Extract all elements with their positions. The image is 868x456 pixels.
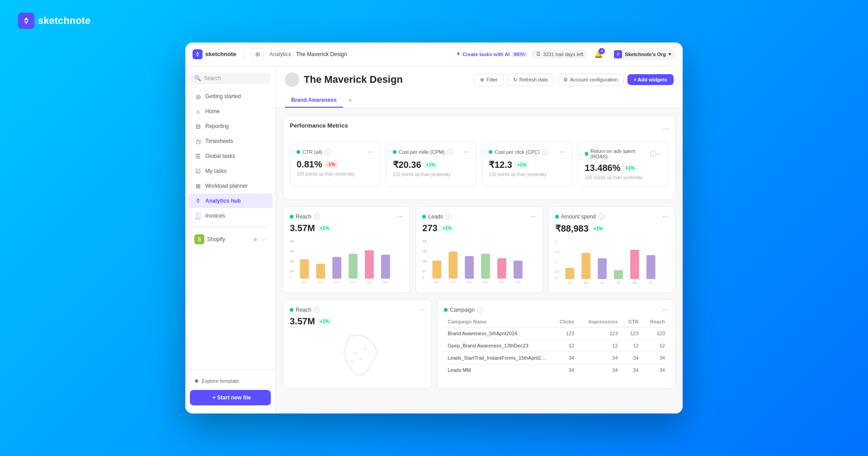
- topbar-logo-icon: [193, 49, 203, 59]
- chart-more-button[interactable]: ···: [397, 213, 403, 220]
- campaign-reach: 34: [642, 364, 669, 376]
- table-row: Leads MM 34 34 34 34: [444, 364, 669, 376]
- chart-value: ₹88,983: [555, 223, 589, 234]
- chart-more-button[interactable]: ···: [530, 213, 536, 220]
- topbar-layout-button[interactable]: ⊞: [251, 48, 264, 61]
- chart-value-row: ₹88,983 +1%: [555, 223, 669, 234]
- sidebar-label-analytics-hub: Analytics hub: [205, 198, 241, 204]
- chart-badge: +1%: [318, 225, 331, 232]
- kpi-value: ₹20.36 +1%: [393, 159, 470, 170]
- shopify-more-icon[interactable]: ···: [261, 236, 266, 243]
- notifications-button[interactable]: 🔔 4: [592, 48, 605, 61]
- chart-header: Reach i ···: [290, 213, 403, 220]
- breadcrumb: Analytics / The Maverick Design: [269, 51, 451, 57]
- chart-title: Amount spend i: [555, 214, 604, 220]
- campaign-info-icon[interactable]: i: [477, 307, 483, 313]
- breadcrumb-parent: Analytics: [269, 51, 291, 57]
- kpi-card-cpm: Cost per mille (CPM) i ··· ₹20.36 +1% 12…: [386, 142, 477, 187]
- svg-text:2M: 2M: [290, 260, 294, 263]
- campaign-impressions: 34: [578, 364, 621, 376]
- trail-icon: ☰: [536, 51, 541, 57]
- sidebar-item-workload-planner[interactable]: ⊞ Workload planner: [188, 179, 273, 193]
- sidebar-nav: ◎ Getting started ⌂ Home ⊟ Reporting ◷ T…: [185, 89, 275, 369]
- sidebar-item-global-tasks[interactable]: ☰ Global tasks: [188, 149, 273, 163]
- my-tasks-icon: ☑: [194, 167, 202, 175]
- svg-text:Ad 1: Ad 1: [302, 281, 307, 284]
- chart-info-icon[interactable]: i: [445, 214, 452, 220]
- svg-text:HP: HP: [649, 281, 653, 284]
- sidebar-label-workload-planner: Workload planner: [205, 183, 248, 189]
- refresh-icon: ↻: [513, 77, 517, 83]
- kpi-info-icon[interactable]: i: [650, 151, 656, 157]
- table-row: Leads_StartTrail_InstantForms_15thApril2…: [444, 352, 669, 364]
- sidebar-item-home[interactable]: ⌂ Home: [188, 104, 273, 119]
- svg-text:WB: WB: [632, 281, 637, 284]
- section-title: Performance Metrics: [290, 122, 348, 129]
- svg-point-54: [364, 348, 366, 351]
- campaign-reach: 123: [642, 328, 669, 340]
- sidebar-item-my-tasks[interactable]: ☑ My tasks: [188, 164, 273, 178]
- kpi-more-button[interactable]: ···: [368, 148, 373, 156]
- start-new-file-button[interactable]: + Start new file: [190, 390, 271, 405]
- reach-map-info-icon[interactable]: i: [314, 307, 320, 313]
- search-button[interactable]: 🔍 Search: [190, 72, 271, 84]
- svg-text:Ad 4: Ad 4: [350, 281, 355, 284]
- topbar-logo-text: sketchnote: [205, 51, 236, 57]
- svg-rect-39: [565, 268, 574, 279]
- sidebar-label-invoices: Invoices: [205, 213, 225, 219]
- account-config-button[interactable]: ⚙ Account configuration: [557, 74, 624, 86]
- filter-button[interactable]: ⊕ Filter: [474, 74, 503, 86]
- kpi-more-button[interactable]: ···: [560, 148, 566, 156]
- chart-title: Leads i: [422, 214, 452, 220]
- dashboard: Performance Metrics ··· CTR (all) i: [276, 108, 683, 413]
- compass-icon: ◉: [194, 378, 199, 384]
- refresh-data-button[interactable]: ↻ Refresh data: [507, 74, 554, 86]
- svg-rect-42: [614, 270, 623, 279]
- campaign-ctr: 123: [622, 328, 642, 340]
- sidebar-item-shopify[interactable]: S Shopify ⊕ ···: [188, 231, 273, 248]
- bottom-row: Reach i ··· 3.57M +1%: [283, 299, 675, 389]
- campaign-more-button[interactable]: ···: [663, 306, 669, 314]
- sidebar-item-invoices[interactable]: 🧾 Invoices: [188, 209, 273, 223]
- chart-info-icon[interactable]: i: [598, 214, 604, 220]
- svg-rect-5: [300, 259, 309, 279]
- sidebar-item-timesheets[interactable]: ◷ Timesheets: [188, 134, 273, 148]
- svg-rect-9: [365, 250, 374, 279]
- chart-more-button[interactable]: ···: [663, 213, 669, 220]
- section-more-button[interactable]: ···: [663, 125, 669, 133]
- amount-bar-chart: 2 1.5 1 0.5 0 RJ MH: [555, 239, 669, 285]
- kpi-value: 13.486% +1%: [585, 163, 662, 173]
- chart-info-icon[interactable]: i: [314, 214, 320, 220]
- leads-bar-chart: 200 150 100 50 0 Ad 1 Ad 2: [422, 239, 536, 284]
- reach-map-more-button[interactable]: ···: [419, 306, 425, 314]
- kpi-label-row: Cost per click (CPC) i ···: [489, 148, 566, 156]
- sidebar-item-analytics-hub[interactable]: Analytics hub: [188, 194, 273, 208]
- sidebar-item-reporting[interactable]: ⊟ Reporting: [188, 119, 273, 133]
- org-selector[interactable]: Sketchnote's Org ▾: [609, 48, 675, 60]
- kpi-card-roas: Return on ads spent (ROAS) i ··· 13.486%…: [578, 142, 669, 187]
- kpi-label: Return on ads spent (ROAS) i: [585, 148, 656, 159]
- main-layout: 🔍 Search ◎ Getting started ⌂ Home ⊟ Repo…: [185, 66, 683, 413]
- explore-template-button[interactable]: ◉ Explore template: [190, 374, 271, 387]
- svg-rect-8: [349, 254, 358, 279]
- kpi-more-button[interactable]: ···: [464, 148, 470, 156]
- add-tab-button[interactable]: +: [345, 95, 356, 106]
- tab-brand-awareness[interactable]: Brand Awareness: [285, 93, 343, 108]
- col-impressions: Impressions: [578, 316, 621, 328]
- sidebar-label-reporting: Reporting: [205, 123, 229, 129]
- campaign-ctr: 12: [622, 340, 642, 352]
- create-tasks-ai-button[interactable]: ✦ Create tasks with AI BETA: [456, 51, 527, 57]
- kpi-row: CTR (all) i ··· 0.81% -1% 120 points up …: [290, 142, 669, 187]
- kpi-info-icon[interactable]: i: [325, 149, 331, 155]
- sidebar-item-getting-started[interactable]: ◎ Getting started: [188, 89, 273, 104]
- add-widgets-button[interactable]: + Add widgets: [627, 74, 674, 85]
- kpi-info-icon[interactable]: i: [542, 149, 548, 155]
- kpi-info-icon[interactable]: i: [447, 149, 453, 155]
- table-row: Gpep_Brand Awareness_13thDec23 12 12 12 …: [444, 340, 669, 352]
- kpi-more-button[interactable]: ···: [656, 150, 662, 157]
- map-svg: [290, 332, 425, 382]
- campaign-name: Brand Awareness_5thApril2024: [444, 328, 552, 340]
- campaign-clicks: 34: [552, 364, 578, 376]
- campaign-table: Campaign Name Clicks Impressions CTR Rea…: [444, 316, 669, 376]
- chart-header: Leads i ···: [422, 213, 536, 220]
